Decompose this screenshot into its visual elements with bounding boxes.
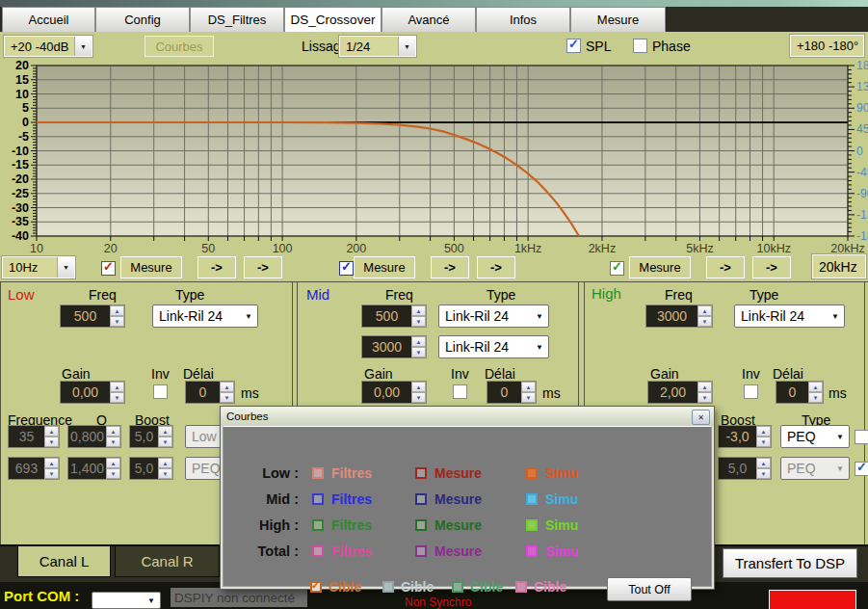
dialog-high-filtres-checkbox[interactable] [312, 519, 324, 531]
low-peq2-q-spinner[interactable]: 1,400 ▲▼ [67, 457, 121, 480]
measure-high-arrow-1-button[interactable]: -> [706, 256, 745, 278]
spin-up-icon[interactable]: ▲ [158, 458, 172, 468]
low-inv-checkbox[interactable] [153, 384, 168, 399]
spin-up-icon[interactable]: ▲ [106, 426, 120, 437]
dropdown-arrow-icon[interactable] [57, 257, 74, 278]
courbes-button[interactable]: Courbes [145, 36, 214, 57]
high-peq1-type-dropdown[interactable]: PEQ [780, 425, 850, 448]
spin-up-icon[interactable]: ▲ [756, 426, 771, 437]
measure-high-button[interactable]: Mesure [629, 256, 691, 278]
measure-high-arrow-2-button[interactable]: -> [752, 256, 791, 278]
dialog-cible-mid-checkbox[interactable] [382, 581, 394, 593]
high-peq2-boost-spinner[interactable]: 5,0 ▲▼ [718, 457, 772, 480]
phase-checkbox[interactable] [633, 39, 647, 53]
measure-low-checkbox[interactable] [101, 261, 116, 276]
measure-mid-arrow-2-button[interactable]: -> [477, 256, 515, 278]
low-delay-spinner[interactable]: 0 ▲▼ [185, 381, 235, 404]
dialog-mid-mesure-checkbox[interactable] [415, 493, 427, 505]
dialog-low-simu-checkbox[interactable] [526, 467, 538, 479]
measure-low-button[interactable]: Mesure [120, 256, 182, 278]
tout-off-button[interactable]: Tout Off [607, 577, 692, 601]
spin-up-icon[interactable]: ▲ [411, 305, 426, 316]
spin-down-icon[interactable]: ▼ [110, 392, 124, 403]
mid-freq2-spinner[interactable]: 3000 ▲▼ [361, 335, 427, 358]
spin-down-icon[interactable]: ▼ [411, 392, 426, 403]
mid-delay-spinner[interactable]: 0 ▲▼ [487, 381, 537, 404]
measure-low-arrow-1-button[interactable]: -> [197, 256, 236, 278]
spin-down-icon[interactable]: ▼ [697, 316, 712, 327]
tab-mesure[interactable]: Mesure [570, 7, 666, 32]
spin-down-icon[interactable]: ▼ [220, 392, 234, 403]
measure-high-checkbox[interactable] [610, 261, 624, 276]
low-peq1-freq-spinner[interactable]: 35 ▲▼ [8, 425, 60, 448]
lissage-dropdown[interactable]: 1/24 [339, 36, 416, 57]
start-freq-dropdown[interactable]: 10Hz [2, 256, 75, 278]
high-type-dropdown[interactable]: Link-Ril 24 [734, 304, 845, 328]
dropdown-arrow-icon[interactable] [531, 336, 548, 357]
dialog-high-mesure-checkbox[interactable] [415, 519, 427, 531]
dialog-low-mesure-checkbox[interactable] [415, 467, 427, 479]
dropdown-arrow-icon[interactable] [240, 305, 257, 327]
low-peq2-freq-spinner[interactable]: 693 ▲▼ [8, 457, 60, 480]
dropdown-arrow-icon[interactable] [831, 426, 849, 447]
dialog-title-bar[interactable]: Courbes [221, 407, 714, 426]
tab-avance[interactable]: Avancé [381, 7, 476, 32]
spin-down-icon[interactable]: ▼ [44, 437, 59, 447]
tab-ds-crossover[interactable]: DS_Crossover [284, 7, 381, 32]
spin-up-icon[interactable]: ▲ [411, 382, 426, 392]
spin-down-icon[interactable]: ▼ [756, 437, 771, 447]
spin-down-icon[interactable]: ▼ [158, 437, 172, 447]
spin-up-icon[interactable]: ▲ [220, 382, 234, 392]
high-inv-checkbox[interactable] [744, 384, 758, 399]
spin-up-icon[interactable]: ▲ [44, 458, 59, 468]
mid-freq1-spinner[interactable]: 500 ▲▼ [361, 304, 427, 328]
tab-canal-r[interactable]: Canal R [115, 545, 220, 577]
dialog-low-filtres-checkbox[interactable] [312, 467, 324, 479]
high-peq1-boost-spinner[interactable]: -3,0 ▲▼ [718, 425, 772, 448]
dropdown-arrow-icon[interactable] [398, 37, 415, 56]
low-gain-spinner[interactable]: 0,00 ▲▼ [60, 381, 125, 404]
spl-checkbox[interactable] [566, 39, 581, 53]
spin-down-icon[interactable]: ▼ [110, 316, 124, 327]
alert-indicator[interactable] [769, 590, 856, 609]
measure-low-arrow-2-button[interactable]: -> [244, 256, 282, 278]
spin-down-icon[interactable]: ▼ [808, 392, 823, 403]
mid-type2-dropdown[interactable]: Link-Ril 24 [438, 335, 549, 358]
spin-up-icon[interactable]: ▲ [756, 458, 771, 468]
mid-type1-dropdown[interactable]: Link-Ril 24 [438, 304, 549, 328]
low-peq1-q-spinner[interactable]: 0,800 ▲▼ [67, 425, 121, 448]
high-peq2-checkbox[interactable] [855, 462, 868, 476]
dialog-high-simu-checkbox[interactable] [526, 519, 538, 531]
dialog-mid-simu-checkbox[interactable] [526, 493, 538, 505]
dropdown-arrow-icon[interactable] [143, 593, 160, 608]
dropdown-arrow-icon[interactable] [74, 37, 92, 56]
high-freq-spinner[interactable]: 3000 ▲▼ [645, 304, 713, 328]
spin-up-icon[interactable]: ▲ [697, 305, 712, 316]
low-peq1-boost-spinner[interactable]: 5,0 ▲▼ [129, 425, 173, 448]
spin-up-icon[interactable]: ▲ [106, 458, 120, 468]
dropdown-arrow-icon[interactable] [831, 458, 849, 479]
spin-down-icon[interactable]: ▼ [158, 468, 172, 479]
spin-up-icon[interactable]: ▲ [110, 382, 124, 392]
spin-down-icon[interactable]: ▼ [411, 316, 426, 327]
spin-down-icon[interactable]: ▼ [697, 392, 712, 403]
spin-up-icon[interactable]: ▲ [411, 336, 426, 347]
spin-up-icon[interactable]: ▲ [808, 382, 823, 392]
measure-mid-arrow-1-button[interactable]: -> [431, 256, 469, 278]
spin-up-icon[interactable]: ▲ [110, 305, 124, 316]
dialog-cible-total-checkbox[interactable] [515, 581, 527, 593]
spin-up-icon[interactable]: ▲ [697, 382, 712, 392]
dialog-total-mesure-checkbox[interactable] [415, 545, 427, 557]
high-peq1-checkbox[interactable] [855, 430, 868, 444]
high-gain-spinner[interactable]: 2,00 ▲▼ [647, 381, 713, 404]
spin-down-icon[interactable]: ▼ [521, 392, 536, 403]
tab-config[interactable]: Config [95, 7, 190, 32]
mid-gain-spinner[interactable]: 0,00 ▲▼ [361, 381, 427, 404]
spin-up-icon[interactable]: ▲ [44, 426, 59, 437]
db-range-dropdown[interactable]: +20 -40dB [4, 36, 92, 57]
tab-ds-filtres[interactable]: DS_Filtres [190, 7, 284, 32]
measure-mid-checkbox[interactable] [339, 261, 354, 276]
dialog-cible-low-checkbox[interactable]: ✓ [310, 581, 322, 593]
measure-mid-button[interactable]: Mesure [354, 256, 415, 278]
low-peq2-boost-spinner[interactable]: 5,0 ▲▼ [129, 457, 173, 480]
